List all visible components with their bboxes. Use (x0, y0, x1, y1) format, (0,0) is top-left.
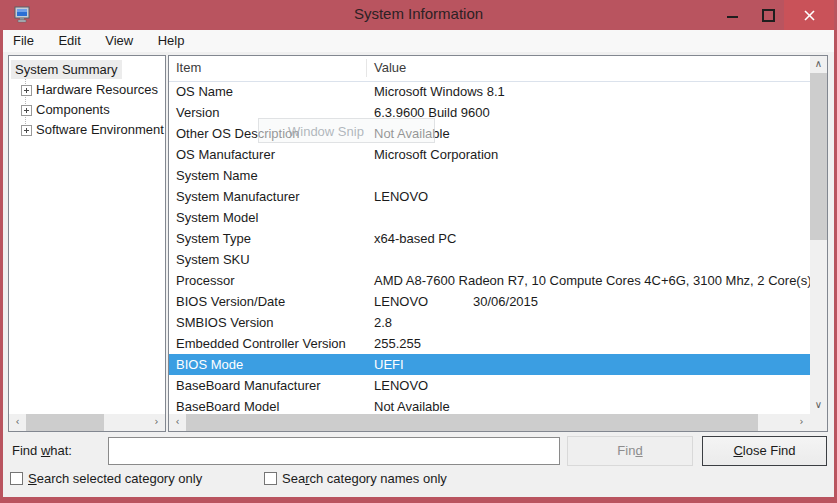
table-cell-item: System Name (176, 165, 258, 186)
table-row[interactable]: BIOS Version/DateLENOVO30/06/2015 (169, 291, 810, 312)
table-cell-item: System Type (176, 228, 251, 249)
table-cell-value: 6.3.9600 Build 9600 (374, 102, 490, 123)
details-panel: Item Value OS NameMicrosoft Windows 8.1V… (168, 55, 828, 432)
find-what-label: Find what: (12, 436, 72, 466)
tree-horizontal-scrollbar[interactable]: ‹ › (9, 414, 165, 431)
column-divider[interactable] (366, 59, 367, 77)
scrollbar-thumb[interactable] (26, 414, 104, 431)
table-cell-item: System Manufacturer (176, 186, 300, 207)
search-selected-category-checkbox[interactable]: Search selected category only (10, 470, 202, 488)
find-input[interactable] (108, 437, 560, 465)
table-row[interactable]: OS NameMicrosoft Windows 8.1 (169, 81, 810, 102)
tree-item-label: Software Environment (36, 120, 164, 140)
expand-plus-icon[interactable] (21, 85, 32, 96)
system-information-window: System Information File Edit View Help S… (0, 0, 837, 503)
find-bar: Find what: Find Close Find Search select… (3, 436, 834, 497)
table-cell-value: x64-based PC (374, 228, 456, 249)
table-cell-item: Embedded Controller Version (176, 333, 346, 354)
table-row[interactable]: Version6.3.9600 Build 9600 (169, 102, 810, 123)
option-label: S (28, 471, 37, 486)
table-cell-value: LENOVO (374, 186, 428, 207)
table-row[interactable]: System ManufacturerLENOVO (169, 186, 810, 207)
table-row[interactable]: Other OS DescriptionNot Available (169, 123, 810, 144)
table-cell-value: 255.255 (374, 333, 421, 354)
minimize-icon (727, 16, 738, 18)
tree-item-software-environment[interactable]: Software Environment (9, 120, 165, 140)
window-body: File Edit View Help System Summary Hardw… (3, 30, 834, 497)
table-horizontal-scrollbar[interactable]: ‹ › (169, 414, 810, 431)
workspace: System Summary Hardware Resources Compon… (3, 52, 834, 436)
tree-item-label: Components (36, 100, 110, 120)
table-cell-value2: 30/06/2015 (473, 291, 538, 312)
table-cell-item: System Model (176, 207, 258, 228)
table-row[interactable]: OS ManufacturerMicrosoft Corporation (169, 144, 810, 165)
table-rows: OS NameMicrosoft Windows 8.1Version6.3.9… (169, 81, 810, 414)
scrollbar-thumb[interactable] (186, 414, 758, 431)
scroll-down-icon[interactable]: ∨ (810, 397, 827, 414)
minimize-button[interactable] (714, 0, 750, 30)
close-find-button[interactable]: Close Find (702, 436, 827, 466)
tree-item-system-summary[interactable]: System Summary (11, 60, 122, 79)
titlebar[interactable]: System Information (0, 0, 837, 30)
table-row[interactable]: System SKU (169, 249, 810, 270)
scroll-left-icon[interactable]: ‹ (9, 414, 26, 431)
tree-item-hardware-resources[interactable]: Hardware Resources (9, 80, 165, 100)
menu-edit[interactable]: Edit (48, 30, 90, 52)
scroll-up-icon[interactable]: ∧ (810, 56, 827, 73)
find-button[interactable]: Find (567, 436, 693, 466)
checkbox-icon[interactable] (264, 472, 277, 485)
table-row[interactable]: Embedded Controller Version255.255 (169, 333, 810, 354)
column-header-item[interactable]: Item (176, 56, 201, 80)
table-cell-value: Not Available (374, 123, 450, 144)
table-row[interactable]: System Model (169, 207, 810, 228)
table-row[interactable]: System Name (169, 165, 810, 186)
maximize-icon (762, 9, 775, 22)
tree-item-components[interactable]: Components (9, 100, 165, 120)
table-cell-value: LENOVO (374, 291, 428, 312)
close-button[interactable] (784, 0, 834, 30)
table-cell-item: BaseBoard Model (176, 396, 279, 414)
table-row[interactable]: System Typex64-based PC (169, 228, 810, 249)
table-cell-item: Other OS Description (176, 123, 300, 144)
maximize-button[interactable] (750, 0, 786, 30)
table-row[interactable]: BaseBoard ManufacturerLENOVO (169, 375, 810, 396)
scroll-left-icon[interactable]: ‹ (169, 414, 186, 431)
option-label: earch selected category only (37, 471, 202, 486)
table-row[interactable]: BaseBoard ModelNot Available (169, 396, 810, 414)
column-header-value[interactable]: Value (374, 56, 406, 80)
menu-bar: File Edit View Help (3, 30, 834, 52)
table-cell-item: BaseBoard Manufacturer (176, 375, 321, 396)
close-icon (803, 9, 816, 22)
scroll-right-icon[interactable]: › (793, 414, 810, 431)
window-title: System Information (0, 5, 837, 22)
table-cell-value: Microsoft Corporation (374, 144, 498, 165)
expand-plus-icon[interactable] (21, 125, 32, 136)
menu-view[interactable]: View (95, 30, 143, 52)
table-cell-value: Not Available (374, 396, 450, 414)
scrollbar-thumb[interactable] (810, 73, 827, 240)
option-label: Sea (282, 471, 305, 486)
table-cell-value: LENOVO (374, 375, 428, 396)
table-cell-item: Version (176, 102, 219, 123)
table-cell-value: UEFI (374, 354, 404, 375)
menu-file[interactable]: File (3, 30, 44, 52)
table-cell-item: BIOS Mode (176, 354, 243, 375)
table-row[interactable]: SMBIOS Version2.8 (169, 312, 810, 333)
search-category-names-checkbox[interactable]: Search category names only (264, 470, 447, 488)
table-cell-value: Microsoft Windows 8.1 (374, 81, 505, 102)
table-cell-value: 2.8 (374, 312, 392, 333)
expand-plus-icon[interactable] (21, 105, 32, 116)
table-cell-item: OS Name (176, 81, 233, 102)
menu-help[interactable]: Help (148, 30, 195, 52)
table-cell-value: AMD A8-7600 Radeon R7, 10 Compute Cores … (374, 270, 810, 291)
table-row[interactable]: ProcessorAMD A8-7600 Radeon R7, 10 Compu… (169, 270, 810, 291)
table-cell-item: SMBIOS Version (176, 312, 274, 333)
vertical-scrollbar[interactable]: ∧ ∨ (810, 56, 827, 414)
table-header: Item Value (169, 56, 810, 82)
table-row[interactable]: BIOS ModeUEFI (169, 354, 810, 375)
option-label: ch category names only (309, 471, 446, 486)
checkbox-icon[interactable] (10, 472, 23, 485)
scroll-right-icon[interactable]: › (148, 414, 165, 431)
table-cell-item: BIOS Version/Date (176, 291, 285, 312)
scrollbar-corner (810, 414, 827, 431)
